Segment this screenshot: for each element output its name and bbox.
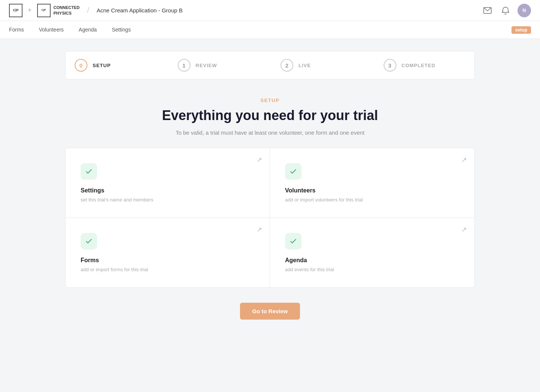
nav-item-settings[interactable]: Settings	[112, 21, 131, 39]
logo-area: C|P + C|P CONNECTEDPHYSICS / Acne Cream …	[9, 4, 183, 17]
arrow-icon-forms: ↗	[256, 225, 262, 234]
setup-badge: setup	[512, 26, 531, 34]
go-to-review-button[interactable]: Go to Review	[240, 303, 300, 320]
hero-subtitle: To be valid, a trial must have at least …	[65, 129, 475, 136]
card-desc-agenda: add events for this trial	[285, 267, 459, 272]
step-label-setup: SETUP	[93, 63, 111, 68]
nav-items: Forms Volunteers Agenda Settings	[9, 21, 131, 39]
brand-name: CONNECTEDPHYSICS	[54, 5, 80, 16]
card-forms[interactable]: ↗ Forms add or import forms for this tri…	[66, 218, 270, 287]
brand-logo[interactable]: C|P CONNECTEDPHYSICS	[37, 4, 80, 17]
card-title-forms: Forms	[81, 257, 255, 264]
top-bar-right: N	[482, 4, 531, 17]
arrow-icon-agenda: ↗	[461, 225, 467, 234]
step-review[interactable]: 1 REVIEW	[166, 51, 269, 79]
plus-icon: +	[28, 6, 32, 14]
main-title: Everything you need for your trial	[65, 108, 475, 123]
progress-bar: 0 SETUP 1 REVIEW 2 LIVE 3 COMPLETED	[65, 51, 475, 80]
arrow-icon-volunteers: ↗	[461, 156, 467, 164]
card-title-settings: Settings	[81, 187, 255, 194]
breadcrumb-slash: /	[87, 6, 89, 15]
breadcrumb-title: Acne Cream Application - Group B	[97, 7, 183, 14]
app-logo[interactable]: C|P	[9, 4, 22, 17]
step-num-0: 0	[75, 59, 87, 72]
check-icon-settings	[81, 163, 97, 180]
nav-item-volunteers[interactable]: Volunteers	[39, 21, 64, 39]
step-completed[interactable]: 3 COMPLETED	[372, 51, 475, 79]
step-label-live: LIVE	[298, 63, 311, 68]
second-nav: Forms Volunteers Agenda Settings setup	[0, 21, 540, 39]
avatar[interactable]: N	[518, 4, 531, 17]
step-setup[interactable]: 0 SETUP	[66, 51, 166, 79]
arrow-icon-settings: ↗	[256, 156, 262, 164]
check-icon-forms	[81, 233, 97, 249]
main-content: 0 SETUP 1 REVIEW 2 LIVE 3 COMPLETED SETU…	[56, 39, 484, 332]
step-num-2: 2	[280, 59, 293, 72]
setup-label: SETUP	[65, 98, 475, 103]
bell-icon[interactable]	[500, 5, 512, 17]
check-icon-agenda	[285, 233, 302, 249]
card-settings[interactable]: ↗ Settings set this trial's name and mem…	[66, 148, 270, 218]
brand-logo-box: C|P	[37, 4, 51, 17]
check-icon-volunteers	[285, 163, 302, 180]
card-title-volunteers: Volunteers	[285, 187, 459, 194]
card-title-agenda: Agenda	[285, 257, 459, 264]
nav-item-forms[interactable]: Forms	[9, 21, 24, 39]
step-num-1: 1	[178, 59, 190, 72]
card-desc-forms: add or import forms for this trial	[81, 267, 255, 272]
mail-icon[interactable]	[482, 5, 494, 17]
card-volunteers[interactable]: ↗ Volunteers add or import volunteers fo…	[270, 148, 474, 218]
card-desc-volunteers: add or import volunteers for this trial	[285, 197, 459, 203]
step-live[interactable]: 2 LIVE	[268, 51, 372, 79]
card-desc-settings: set this trial's name and members	[81, 197, 255, 203]
cards-grid: ↗ Settings set this trial's name and mem…	[65, 148, 475, 288]
top-bar: C|P + C|P CONNECTEDPHYSICS / Acne Cream …	[0, 0, 540, 21]
nav-item-agenda[interactable]: Agenda	[79, 21, 97, 39]
hero-section: SETUP Everything you need for your trial…	[65, 98, 475, 136]
card-agenda[interactable]: ↗ Agenda add events for this trial	[270, 218, 474, 287]
step-num-3: 3	[384, 59, 396, 72]
step-label-review: REVIEW	[196, 63, 217, 68]
step-label-completed: COMPLETED	[402, 63, 436, 68]
